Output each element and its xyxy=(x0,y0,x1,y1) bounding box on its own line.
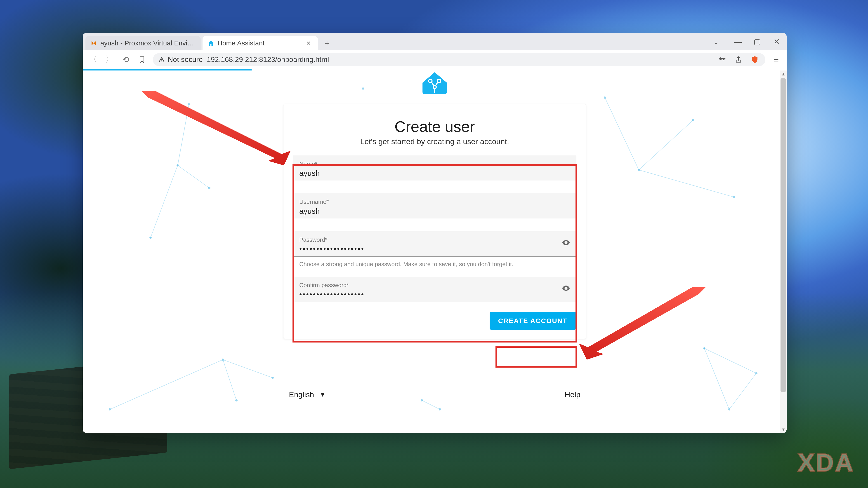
tab-strip: ayush - Proxmox Virtual Environme Home A… xyxy=(83,33,786,50)
brave-shield-icon[interactable] xyxy=(749,55,760,65)
url-text: 192.168.29.212:8123/onboarding.html xyxy=(207,55,713,64)
svg-marker-4 xyxy=(579,287,706,360)
name-field[interactable]: Name* xyxy=(293,156,577,181)
annotation-highlight-button xyxy=(495,346,577,367)
nav-forward-button[interactable]: 〉 xyxy=(104,54,115,65)
language-picker[interactable]: English ▼ xyxy=(289,390,326,399)
help-link[interactable]: Help xyxy=(565,390,581,399)
share-icon[interactable] xyxy=(733,55,744,65)
page-subtitle: Let's get started by creating a user acc… xyxy=(283,137,586,146)
page-title: Create user xyxy=(283,118,586,135)
window-maximize-button[interactable]: ▢ xyxy=(751,35,764,48)
confirm-password-field[interactable]: Confirm password* ••••••••••••••••••• xyxy=(293,277,577,302)
language-label: English xyxy=(289,390,314,399)
proxmox-icon xyxy=(90,40,97,46)
tab-close-icon[interactable]: ✕ xyxy=(304,39,313,48)
vertical-scrollbar[interactable]: ▴ ▾ xyxy=(780,70,786,433)
confirm-password-label: Confirm password* xyxy=(299,282,570,289)
name-input[interactable] xyxy=(299,167,570,178)
browser-menu-button[interactable]: ≡ xyxy=(771,54,782,65)
tab-title: ayush - Proxmox Virtual Environme xyxy=(100,39,196,47)
tab-title: Home Assistant xyxy=(217,39,301,47)
home-assistant-logo xyxy=(421,71,448,94)
tab-proxmox[interactable]: ayush - Proxmox Virtual Environme xyxy=(86,36,201,50)
password-hint: Choose a strong and unique password. Mak… xyxy=(299,261,570,268)
browser-window: ayush - Proxmox Virtual Environme Home A… xyxy=(83,33,786,433)
scrollbar-thumb[interactable] xyxy=(780,78,786,392)
toggle-confirm-visibility-icon[interactable] xyxy=(561,284,570,295)
window-close-button[interactable]: ✕ xyxy=(770,35,783,48)
window-minimize-button[interactable]: ― xyxy=(732,35,744,48)
security-status[interactable]: Not secure xyxy=(158,55,203,64)
onboarding-footer: English ▼ Help xyxy=(289,390,581,399)
nav-back-button[interactable]: 〈 xyxy=(88,54,98,65)
nav-reload-button[interactable]: ⟲ xyxy=(120,54,131,65)
name-label: Name* xyxy=(299,160,570,167)
tab-home-assistant[interactable]: Home Assistant ✕ xyxy=(203,36,318,50)
username-field[interactable]: Username* xyxy=(293,193,577,219)
browser-toolbar: 〈 〉 ⟲ Not secure 192.168.29.212:8123/onb… xyxy=(83,50,786,69)
create-account-button[interactable]: CREATE ACCOUNT xyxy=(490,312,576,330)
address-bar[interactable]: Not secure 192.168.29.212:8123/onboardin… xyxy=(153,53,765,66)
password-label: Password* xyxy=(299,236,570,243)
form-fields: Name* Username* Password* ••••••••••••••… xyxy=(293,156,577,302)
onboarding-card: Create user Let's get started by creatin… xyxy=(283,104,586,339)
tab-list-dropdown-icon[interactable]: ⌄ xyxy=(713,38,719,46)
annotation-arrow-to-form xyxy=(142,91,291,165)
xda-watermark: XDA xyxy=(798,448,855,477)
toggle-password-visibility-icon[interactable] xyxy=(561,238,570,250)
confirm-password-input[interactable]: ••••••••••••••••••• xyxy=(299,289,570,299)
warning-icon xyxy=(158,56,165,63)
page-viewport: Create user Let's get started by creatin… xyxy=(83,70,786,433)
password-field[interactable]: Password* ••••••••••••••••••• xyxy=(293,231,577,257)
key-icon[interactable] xyxy=(717,55,727,65)
security-label: Not secure xyxy=(168,55,203,64)
dropdown-caret-icon: ▼ xyxy=(320,391,326,398)
home-assistant-icon xyxy=(208,40,214,46)
bookmark-button[interactable] xyxy=(136,54,147,65)
annotation-arrow-to-button xyxy=(579,287,706,360)
username-input[interactable] xyxy=(299,205,570,216)
svg-marker-3 xyxy=(142,91,291,165)
username-label: Username* xyxy=(299,198,570,205)
scroll-up-icon[interactable]: ▴ xyxy=(780,70,786,77)
new-tab-button[interactable]: ＋ xyxy=(322,38,332,48)
password-input[interactable]: ••••••••••••••••••• xyxy=(299,243,570,254)
